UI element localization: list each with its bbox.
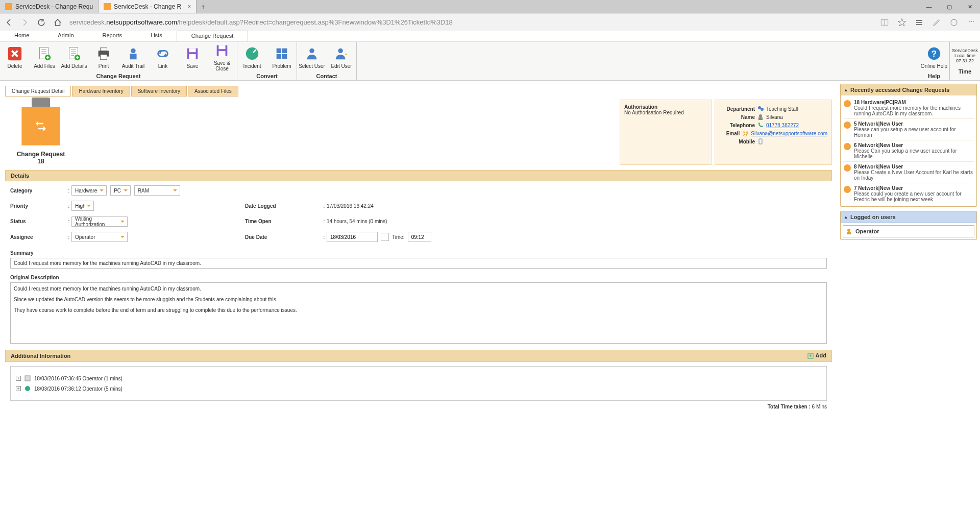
online-help-button[interactable]: ?Online Help bbox=[919, 42, 949, 73]
due-date-input[interactable] bbox=[327, 232, 378, 242]
webnote-icon[interactable] bbox=[932, 18, 941, 27]
expand-icon[interactable]: + bbox=[16, 386, 21, 391]
address-bar[interactable]: servicedesk.netsupportsoftware.com/helpd… bbox=[69, 18, 869, 26]
tab-detail[interactable]: Change Request Detail bbox=[5, 86, 71, 96]
svg-rect-45 bbox=[25, 376, 30, 381]
refresh-button[interactable] bbox=[37, 18, 46, 27]
window-close-button[interactable]: ✕ bbox=[960, 0, 980, 13]
summary-input[interactable]: Could I request more memory for the mach… bbox=[10, 258, 827, 269]
category-label: Category bbox=[10, 188, 66, 194]
recent-item[interactable]: 8 Network|New UserPlease Create a New Us… bbox=[843, 162, 974, 183]
total-time-row: Total Time taken : 6 Mins bbox=[10, 404, 827, 409]
svg-point-38 bbox=[758, 106, 761, 109]
additional-item[interactable]: + 18/03/2016 07:36:12 Operator (5 mins) bbox=[16, 385, 821, 392]
change-request-icon bbox=[18, 104, 63, 149]
home-button[interactable] bbox=[53, 18, 62, 27]
svg-rect-18 bbox=[100, 47, 107, 51]
ribbon: Delete Add Files Add Details Print Audit… bbox=[0, 42, 980, 81]
svg-text:?: ? bbox=[932, 49, 937, 58]
recent-item[interactable]: 18 Hardware|PC|RAMCould I request more m… bbox=[843, 98, 974, 119]
edit-user-button[interactable]: Edit User bbox=[327, 42, 356, 73]
tab-hardware-inventory[interactable]: Hardware Inventory bbox=[72, 86, 130, 96]
telephone-link[interactable]: 01778 382272 bbox=[766, 123, 799, 128]
problem-button[interactable]: Problem bbox=[267, 42, 297, 73]
expand-icon[interactable]: + bbox=[16, 376, 21, 381]
chevron-up-icon: ▴ bbox=[845, 214, 847, 220]
browser-tab[interactable]: ServiceDesk - Change R× bbox=[99, 0, 197, 13]
browser-tab[interactable]: ServiceDesk - Change Requ bbox=[0, 0, 99, 13]
mobile-icon bbox=[757, 138, 764, 145]
hub-icon[interactable] bbox=[915, 18, 924, 27]
assignee-select[interactable]: Operator bbox=[71, 232, 128, 242]
menu-admin[interactable]: Admin bbox=[43, 31, 88, 41]
additional-info-box: + 18/03/2016 07:36:45 Operator (1 mins) … bbox=[10, 366, 827, 401]
status-select[interactable]: Waiting Authorization bbox=[71, 216, 128, 227]
save-button[interactable]: Save bbox=[178, 42, 207, 73]
tab-software-inventory[interactable]: Software Inventory bbox=[131, 86, 187, 96]
category-select-3[interactable]: RAM bbox=[134, 185, 180, 196]
recent-icon bbox=[844, 100, 851, 107]
recent-item[interactable]: 5 Network|New UserPlease can you setup a… bbox=[843, 119, 974, 140]
note-icon bbox=[24, 385, 31, 392]
print-button[interactable]: Print bbox=[89, 42, 118, 73]
date-logged-value: 17/03/2016 16:42:24 bbox=[327, 203, 827, 209]
recent-item[interactable]: 6 Network|New UserPlease Can you setup a… bbox=[843, 140, 974, 162]
menu-home[interactable]: Home bbox=[0, 31, 43, 41]
window-maximize-button[interactable]: ▢ bbox=[939, 0, 960, 13]
share-icon[interactable] bbox=[949, 18, 959, 27]
svg-rect-41 bbox=[758, 117, 763, 120]
logged-user-row[interactable]: Operator bbox=[843, 225, 974, 237]
description-box[interactable]: Could I request more memory for the mach… bbox=[10, 282, 827, 344]
user-icon bbox=[757, 113, 764, 120]
svg-rect-22 bbox=[130, 54, 136, 59]
svg-point-39 bbox=[761, 108, 764, 111]
menu-reports[interactable]: Reports bbox=[88, 31, 137, 41]
menu-lists[interactable]: Lists bbox=[136, 31, 177, 41]
favicon-icon bbox=[104, 3, 111, 10]
calendar-icon[interactable] bbox=[381, 233, 389, 241]
add-details-button[interactable]: Add Details bbox=[59, 42, 89, 73]
recent-requests-panel: ▴Recently accessed Change Requests 18 Ha… bbox=[840, 84, 977, 207]
forward-button[interactable] bbox=[20, 18, 30, 27]
back-button[interactable] bbox=[4, 18, 13, 27]
delete-button[interactable]: Delete bbox=[0, 42, 30, 73]
close-tab-icon[interactable]: × bbox=[187, 3, 191, 10]
ribbon-group-label: Help bbox=[919, 73, 949, 80]
recent-icon bbox=[844, 122, 851, 129]
new-tab-button[interactable]: + bbox=[197, 3, 210, 11]
window-minimize-button[interactable]: — bbox=[919, 0, 939, 13]
svg-rect-24 bbox=[189, 48, 195, 52]
svg-rect-32 bbox=[277, 54, 281, 58]
svg-rect-30 bbox=[277, 48, 281, 53]
authorisation-box: Authorisation No Authorisation Required bbox=[620, 100, 712, 165]
recent-requests-header[interactable]: ▴Recently accessed Change Requests bbox=[841, 84, 976, 95]
category-select-1[interactable]: Hardware bbox=[71, 185, 107, 196]
svg-rect-48 bbox=[847, 232, 851, 234]
additional-item[interactable]: + 18/03/2016 07:36:45 Operator (1 mins) bbox=[16, 375, 821, 382]
sub-tabs: Change Request Detail Hardware Inventory… bbox=[5, 86, 832, 96]
svg-text:@: @ bbox=[742, 130, 748, 137]
due-time-input[interactable] bbox=[408, 232, 431, 242]
reading-view-icon[interactable] bbox=[880, 18, 889, 27]
date-logged-label: Date Logged bbox=[245, 203, 322, 209]
incident-button[interactable]: Incident bbox=[237, 42, 267, 73]
recent-item[interactable]: 7 Network|New UserPlease could you creat… bbox=[843, 183, 974, 204]
category-select-2[interactable]: PC bbox=[110, 185, 131, 196]
phone-icon bbox=[757, 122, 764, 129]
add-button[interactable]: Add bbox=[807, 352, 826, 359]
select-user-button[interactable]: Select User bbox=[297, 42, 327, 73]
tab-associated-files[interactable]: Associated Files bbox=[188, 86, 238, 96]
link-button[interactable]: Link bbox=[148, 42, 178, 73]
priority-select[interactable]: High bbox=[71, 201, 94, 211]
save-close-button[interactable]: Save & Close bbox=[207, 42, 237, 73]
menu-change-request[interactable]: Change Request bbox=[177, 31, 249, 41]
due-date-label: Due Date bbox=[245, 234, 322, 240]
app-menu: Home Admin Reports Lists Change Request bbox=[0, 31, 980, 42]
add-files-button[interactable]: Add Files bbox=[30, 42, 59, 73]
logged-users-header[interactable]: ▴Logged on users bbox=[841, 211, 976, 223]
favorite-icon[interactable] bbox=[897, 18, 906, 27]
audit-trail-button[interactable]: Audit Trail bbox=[118, 42, 148, 73]
email-link[interactable]: Silvana@netsupportsoftware.com bbox=[751, 131, 827, 136]
more-icon[interactable]: ⋯ bbox=[967, 18, 976, 27]
svg-rect-33 bbox=[282, 54, 287, 58]
